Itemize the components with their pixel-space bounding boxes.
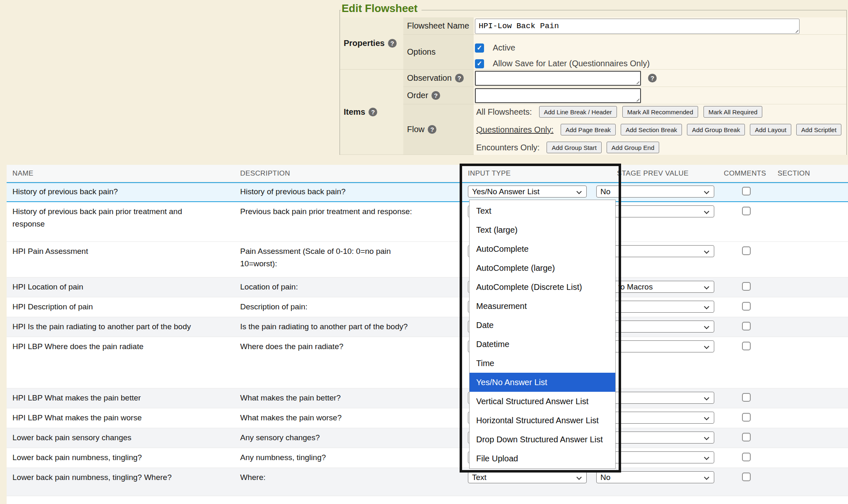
dropdown-option[interactable]: Datetime — [470, 335, 615, 354]
dropdown-option[interactable]: Drop Down Structured Answer List — [470, 430, 615, 449]
table-row[interactable]: History of previous back pain?History of… — [7, 182, 848, 202]
table-row[interactable]: Lower back pain numbness, tingling? Wher… — [7, 468, 848, 496]
flow-button[interactable]: Add Section Break — [621, 124, 682, 135]
chevron-down-icon — [704, 248, 709, 254]
items-help-icon[interactable]: ? — [369, 108, 377, 116]
col-header-stage-prev: STAGE PREV VALUE — [617, 165, 689, 182]
table-header: NAME DESCRIPTION INPUT TYPE STAGE PREV V… — [7, 165, 848, 182]
col-header-section: SECTION — [778, 165, 810, 182]
flow-button[interactable]: Mark All Recommended — [622, 106, 698, 118]
dropdown-option[interactable]: Time — [470, 354, 615, 373]
table-row[interactable]: Lower back pain numbness, tingling?Any n… — [7, 448, 848, 468]
stage-prev-value-select-value: No — [600, 473, 610, 482]
comments-checkbox[interactable] — [742, 207, 751, 215]
stage-prev-value-select-value: to Macros — [618, 282, 653, 292]
flow-button[interactable]: Add Group End — [607, 142, 659, 153]
row-name: History of previous back pain prior trea… — [12, 205, 217, 230]
table-row[interactable]: HPI Location of painLocation of pain:to … — [7, 277, 848, 297]
properties-section-label: Properties ? — [340, 17, 403, 70]
dropdown-option[interactable]: Horizontal Structured Answer List — [470, 411, 615, 430]
dropdown-option[interactable]: Vertical Structured Answer List — [470, 392, 615, 411]
row-name: HPI LBP Where does the pain radiate — [12, 340, 217, 353]
comments-checkbox[interactable] — [742, 453, 751, 461]
flow-help-icon[interactable]: ? — [428, 125, 436, 134]
chevron-down-icon — [704, 209, 709, 214]
resize-grip-icon[interactable] — [635, 97, 639, 101]
comments-checkbox[interactable] — [742, 342, 751, 350]
table-row[interactable]: Lower back pain sensory changesAny senso… — [7, 428, 848, 448]
comments-checkbox[interactable] — [742, 282, 751, 291]
comments-checkbox[interactable] — [742, 302, 751, 311]
input-type-select[interactable]: Text — [468, 471, 587, 483]
properties-help-icon[interactable]: ? — [388, 39, 397, 48]
flow-button[interactable]: Add Line Break / Header — [539, 106, 617, 118]
row-name: Lower back pain numbness, tingling? Wher… — [12, 471, 217, 484]
items-section-label: Items ? — [340, 70, 403, 155]
flow-button[interactable]: Mark All Required — [703, 106, 762, 118]
chevron-down-icon — [704, 304, 709, 309]
resize-grip-icon[interactable] — [794, 28, 798, 33]
allow-save-option-row: ✓ Allow Save for Later (Questionnaires O… — [475, 59, 650, 68]
row-description: Any numbness, tingling? — [240, 451, 464, 464]
col-header-description: DESCRIPTION — [240, 165, 290, 182]
dropdown-option[interactable]: Text — [470, 201, 615, 220]
order-help-icon[interactable]: ? — [431, 91, 440, 100]
row-name: Lower back pain numbness, tingling? — [12, 451, 217, 464]
dropdown-option[interactable]: Text (large) — [470, 220, 615, 239]
flow-button[interactable]: Add Group Break — [687, 124, 745, 135]
flow-button[interactable]: Add Page Break — [561, 124, 616, 135]
allow-save-checkbox[interactable]: ✓ — [475, 59, 484, 68]
comments-checkbox[interactable] — [742, 393, 751, 402]
flow-button[interactable]: Add Layout — [750, 124, 791, 135]
flow-button[interactable]: Add Scriptlet — [796, 124, 841, 135]
dropdown-option[interactable]: AutoComplete (large) — [470, 258, 615, 277]
dropdown-option[interactable]: AutoComplete — [470, 239, 615, 258]
active-checkbox[interactable]: ✓ — [475, 43, 484, 53]
chevron-down-icon — [704, 324, 709, 329]
col-header-input-type: INPUT TYPE — [468, 165, 511, 182]
input-type-select[interactable]: Yes/No Answer List — [468, 186, 587, 198]
row-description: Any sensory changes? — [240, 432, 464, 444]
observation-input[interactable] — [475, 71, 641, 86]
resize-grip-icon[interactable] — [635, 80, 639, 84]
order-input[interactable] — [475, 88, 641, 103]
row-description: Is the pain radiating to another part of… — [240, 321, 464, 333]
table-row[interactable]: HPI LBP What makes the pain worseWhat ma… — [7, 408, 848, 428]
col-header-name: NAME — [12, 165, 34, 182]
table-row[interactable]: HPI LBP Where does the pain radiateWhere… — [7, 337, 848, 388]
row-name: HPI Description of pain — [12, 301, 217, 313]
flowsheet-name-input[interactable]: HPI-Low Back Pain — [475, 19, 800, 34]
questionnaires-only-label: Questionnaires Only: — [476, 125, 554, 135]
options-label: Options — [403, 35, 474, 70]
encounters-only-row: Encounters Only: Add Group StartAdd Grou… — [476, 142, 659, 153]
table-row[interactable]: HPI Is the pain radiating to another par… — [7, 317, 848, 337]
comments-checkbox[interactable] — [742, 413, 751, 422]
row-description: Previous back pain prior treatment and r… — [240, 205, 464, 218]
chevron-down-icon — [704, 415, 709, 420]
stage-prev-value-select[interactable]: No — [596, 186, 714, 198]
comments-checkbox[interactable] — [742, 187, 751, 195]
chevron-down-icon — [576, 475, 582, 480]
comments-checkbox[interactable] — [742, 433, 751, 441]
row-description: What makes the pain better? — [240, 392, 464, 404]
row-description: Where: — [240, 471, 464, 484]
table-row[interactable]: HPI LBP What makes the pain betterWhat m… — [7, 388, 848, 408]
stage-prev-value-select[interactable]: No — [596, 471, 714, 483]
comments-checkbox[interactable] — [742, 473, 751, 481]
comments-checkbox[interactable] — [742, 322, 751, 330]
table-row[interactable]: HPI Pain AssessmentPain Assessment (Scal… — [7, 242, 848, 277]
flow-button[interactable]: Add Group Start — [547, 142, 601, 153]
dropdown-option[interactable]: AutoComplete (Discrete List) — [470, 277, 615, 297]
dropdown-option[interactable]: Date — [470, 316, 615, 335]
observation-help-icon[interactable]: ? — [455, 74, 464, 82]
row-name: HPI Location of pain — [12, 281, 217, 293]
comments-checkbox[interactable] — [742, 246, 751, 255]
dropdown-option[interactable]: Yes/No Answer List — [470, 373, 615, 392]
dropdown-option[interactable]: Measurement — [470, 297, 615, 316]
table-row[interactable]: History of previous back pain prior trea… — [7, 202, 848, 242]
stage-prev-value-select-value: No — [600, 187, 610, 196]
dropdown-option[interactable]: File Upload — [470, 449, 615, 468]
table-row[interactable]: HPI Description of painDescription of pa… — [7, 297, 848, 317]
observation-field-help-icon[interactable]: ? — [648, 74, 657, 82]
flow-label: Flow ? — [403, 104, 474, 155]
